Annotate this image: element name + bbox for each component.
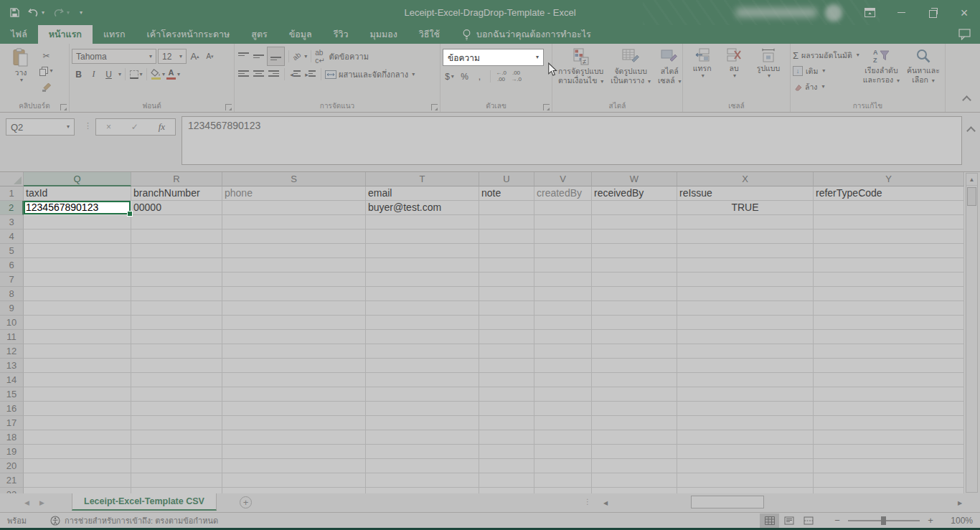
cell-W6[interactable] — [592, 258, 677, 273]
cell-Y22[interactable] — [814, 488, 964, 493]
cell-Y5[interactable] — [814, 244, 964, 258]
cell-U18[interactable] — [479, 430, 534, 445]
insert-cells-button[interactable]: แทรก ▾ — [689, 47, 715, 80]
cell-S14[interactable] — [222, 373, 366, 387]
cell-T9[interactable] — [366, 301, 479, 316]
underline-button[interactable]: U — [102, 67, 116, 82]
cell-S8[interactable] — [222, 287, 366, 301]
ribbon-display-options-button[interactable] — [854, 0, 885, 25]
cell-X14[interactable] — [677, 373, 814, 387]
cell-S17[interactable] — [222, 416, 366, 430]
cell-Y2[interactable] — [814, 201, 964, 215]
page-break-view-button[interactable] — [798, 514, 818, 528]
cell-Q15[interactable] — [24, 387, 131, 402]
zoom-slider-thumb[interactable] — [881, 516, 886, 525]
cell-Y11[interactable] — [814, 330, 964, 344]
cell-X7[interactable] — [677, 273, 814, 287]
insert-function-button[interactable]: fx — [159, 121, 165, 133]
ribbon-tab-2[interactable]: แทรก — [93, 25, 136, 44]
row-header-9[interactable]: 9 — [0, 301, 24, 316]
column-header-Y[interactable]: Y — [814, 172, 964, 186]
font-name-combo[interactable]: Tahoma▾ — [72, 49, 156, 64]
clear-button[interactable]: ล้าง ▾ — [793, 80, 859, 94]
font-size-combo[interactable]: 12▾ — [158, 49, 187, 64]
cell-X19[interactable] — [677, 445, 814, 459]
cell-Y21[interactable] — [814, 473, 964, 488]
zoom-in-button[interactable]: + — [921, 515, 940, 526]
cell-U11[interactable] — [479, 330, 534, 344]
cell-W12[interactable] — [592, 344, 677, 359]
scrollbar-resize-handle[interactable]: ⋮ — [584, 498, 591, 506]
select-all-corner[interactable] — [0, 172, 24, 186]
cell-V19[interactable] — [534, 445, 592, 459]
cell-S21[interactable] — [222, 473, 366, 488]
cell-W4[interactable] — [592, 229, 677, 244]
cell-S12[interactable] — [222, 344, 366, 359]
ribbon-tab-4[interactable]: สูตร — [240, 25, 278, 44]
cell-W5[interactable] — [592, 244, 677, 258]
row-header-13[interactable]: 13 — [0, 359, 24, 373]
cell-T1[interactable]: email — [366, 186, 479, 201]
tell-me-box[interactable]: บอกฉันว่าคุณต้องการทำอะไร — [462, 25, 591, 44]
customize-qat-button[interactable]: ▾ — [78, 10, 83, 16]
cell-X9[interactable] — [677, 301, 814, 316]
cell-R6[interactable] — [131, 258, 222, 273]
cell-Y18[interactable] — [814, 430, 964, 445]
align-center-button[interactable] — [252, 67, 265, 82]
cell-X4[interactable] — [677, 229, 814, 244]
cell-W3[interactable] — [592, 215, 677, 229]
cell-Y15[interactable] — [814, 387, 964, 402]
cell-T20[interactable] — [366, 459, 479, 473]
cell-T7[interactable] — [366, 273, 479, 287]
cell-W2[interactable] — [592, 201, 677, 215]
cell-W7[interactable] — [592, 273, 677, 287]
cell-W22[interactable] — [592, 488, 677, 493]
cell-V5[interactable] — [534, 244, 592, 258]
grow-font-button[interactable]: A▴ — [188, 49, 202, 64]
autosum-button[interactable]: Σ ผลรวมอัตโนมัติ ▾ — [793, 48, 859, 62]
cell-Q12[interactable] — [24, 344, 131, 359]
cell-R12[interactable] — [131, 344, 222, 359]
row-header-17[interactable]: 17 — [0, 416, 24, 430]
cut-button[interactable]: ✂ — [39, 48, 53, 63]
sort-filter-button[interactable]: AZ เรียงลำดับ และกรอง ▾ — [859, 47, 903, 86]
cell-W11[interactable] — [592, 330, 677, 344]
cell-Y10[interactable] — [814, 316, 964, 330]
page-layout-view-button[interactable] — [779, 514, 798, 528]
cell-X3[interactable] — [677, 215, 814, 229]
cell-V11[interactable] — [534, 330, 592, 344]
collapse-formula-bar-button[interactable] — [968, 124, 974, 137]
hscroll-left-arrow[interactable]: ◀ — [598, 493, 613, 512]
cell-Y3[interactable] — [814, 215, 964, 229]
cell-X8[interactable] — [677, 287, 814, 301]
sheet-next-button[interactable]: ▶ — [39, 499, 44, 506]
cell-X15[interactable] — [677, 387, 814, 402]
cell-T11[interactable] — [366, 330, 479, 344]
italic-button[interactable]: I — [87, 67, 100, 82]
cell-T8[interactable] — [366, 287, 479, 301]
cell-R14[interactable] — [131, 373, 222, 387]
cell-X2[interactable]: TRUE — [677, 201, 814, 215]
hscroll-right-arrow[interactable]: ▶ — [953, 493, 967, 512]
cell-U17[interactable] — [479, 416, 534, 430]
row-header-4[interactable]: 4 — [0, 229, 24, 244]
cell-V9[interactable] — [534, 301, 592, 316]
undo-dropdown-arrow[interactable]: ▾ — [42, 10, 44, 16]
cell-R4[interactable] — [131, 229, 222, 244]
cell-R16[interactable] — [131, 402, 222, 416]
redo-dropdown-arrow[interactable]: ▾ — [67, 10, 70, 16]
cell-S5[interactable] — [222, 244, 366, 258]
scroll-up-arrow[interactable]: ▲ — [966, 174, 977, 186]
cell-U22[interactable] — [479, 488, 534, 493]
underline-dropdown-arrow[interactable]: ▾ — [118, 72, 121, 77]
cell-U20[interactable] — [479, 459, 534, 473]
row-header-22[interactable]: 22 — [0, 488, 24, 493]
vertical-scrollbar[interactable]: ▲ — [966, 173, 978, 493]
cell-R22[interactable] — [131, 488, 222, 493]
cell-W19[interactable] — [592, 445, 677, 459]
format-as-table-button[interactable]: จัดรูปแบบ เป็นตาราง ▾ — [607, 47, 654, 87]
column-header-Q[interactable]: Q — [24, 172, 131, 186]
ribbon-tab-6[interactable]: รีวิว — [323, 25, 359, 44]
cell-T6[interactable] — [366, 258, 479, 273]
restore-button[interactable] — [917, 0, 948, 25]
